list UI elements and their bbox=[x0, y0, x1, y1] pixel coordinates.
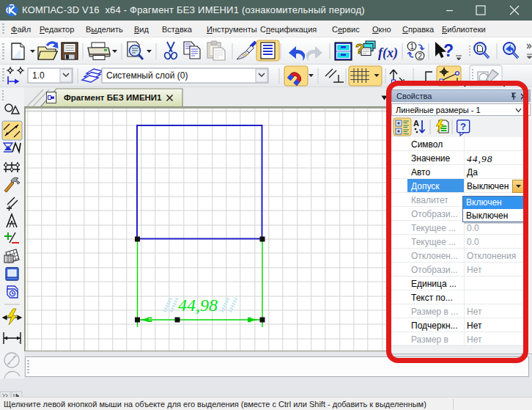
svg-text:44,98: 44,98 bbox=[178, 296, 218, 315]
svg-text:?: ? bbox=[355, 41, 364, 56]
svg-text:Системный слой (0): Системный слой (0) bbox=[106, 70, 188, 81]
svg-text:2: 2 bbox=[418, 52, 423, 60]
svg-text:f(x): f(x) bbox=[378, 45, 398, 61]
svg-text:?: ? bbox=[443, 41, 454, 60]
svg-text:1: 1 bbox=[410, 43, 415, 51]
svg-text:1.0: 1.0 bbox=[32, 70, 45, 81]
